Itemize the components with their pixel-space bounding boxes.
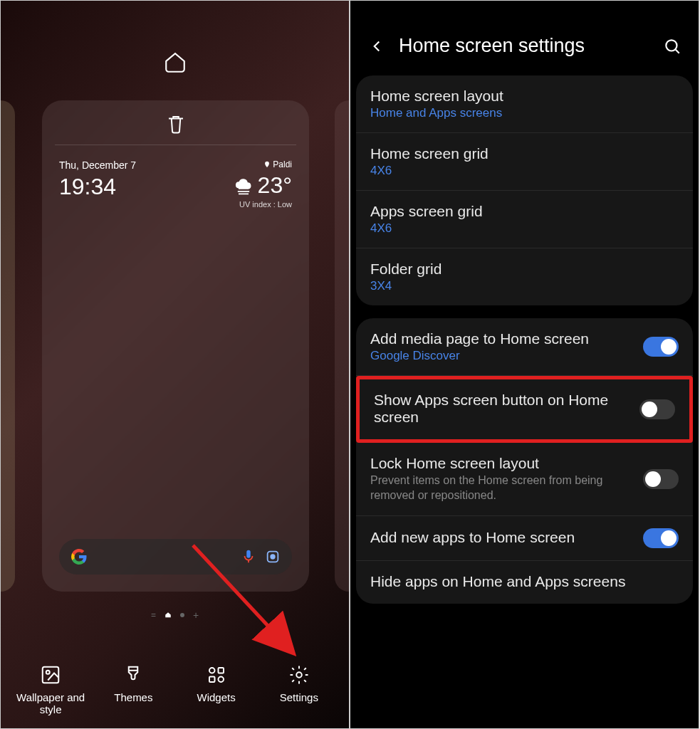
item-sub: 4X6 xyxy=(370,164,679,178)
home-icon xyxy=(163,51,187,75)
search-icon[interactable] xyxy=(663,37,681,56)
lens-icon[interactable] xyxy=(265,549,281,565)
back-icon[interactable] xyxy=(367,37,386,56)
prev-page-peek[interactable] xyxy=(0,100,15,592)
item-sub: 3X4 xyxy=(370,279,679,293)
media-page-item[interactable]: Add media page to Home screen Google Dis… xyxy=(356,318,693,376)
themes-button[interactable]: Themes xyxy=(94,664,172,715)
item-label: Add new apps to Home screen xyxy=(370,529,632,546)
settings-button[interactable]: Settings xyxy=(260,664,338,715)
google-search-bar[interactable] xyxy=(59,539,292,575)
delete-page-row xyxy=(55,100,296,145)
time-text: 19:34 xyxy=(59,174,136,200)
item-label: Home screen layout xyxy=(370,88,679,105)
bb-label: Widgets xyxy=(197,691,236,703)
bb-label: Settings xyxy=(280,691,318,703)
item-label: Lock Home screen layout xyxy=(370,455,632,472)
svg-point-9 xyxy=(296,672,302,678)
bb-label: Themes xyxy=(114,691,152,703)
mic-icon[interactable] xyxy=(241,549,256,565)
svg-point-5 xyxy=(209,668,215,673)
home-layout-item[interactable]: Home screen layout Home and Apps screens xyxy=(356,75,693,133)
hide-apps-item[interactable]: Hide apps on Home and Apps screens xyxy=(356,561,693,604)
item-sub: Google Discover xyxy=(370,349,632,363)
home-page-preview[interactable]: Thu, December 7 19:34 Paldi 23° UV index… xyxy=(42,100,309,592)
show-apps-toggle[interactable] xyxy=(639,399,675,419)
temp-text: 23° xyxy=(258,172,292,199)
settings-group-behavior: Add media page to Home screen Google Dis… xyxy=(356,318,693,604)
folder-grid-item[interactable]: Folder grid 3X4 xyxy=(356,248,693,305)
svg-point-10 xyxy=(666,40,677,51)
gear-icon xyxy=(288,664,310,686)
lock-layout-item[interactable]: Lock Home screen layout Prevent items on… xyxy=(356,443,693,516)
apps-grid-item[interactable]: Apps screen grid 4X6 xyxy=(356,191,693,248)
item-label: Folder grid xyxy=(370,261,679,278)
page-indicator-dots: = + xyxy=(1,609,349,621)
media-page-toggle[interactable] xyxy=(643,337,679,357)
item-label: Home screen grid xyxy=(370,145,679,162)
svg-point-1 xyxy=(271,555,275,559)
item-label: Hide apps on Home and Apps screens xyxy=(370,573,679,590)
item-sub: Home and Apps screens xyxy=(370,106,679,120)
home-grid-item[interactable]: Home screen grid 4X6 xyxy=(356,133,693,191)
item-label: Apps screen grid xyxy=(370,203,679,220)
wallpaper-icon xyxy=(40,664,61,686)
brush-icon xyxy=(122,664,144,686)
widgets-icon xyxy=(206,664,227,686)
svg-rect-6 xyxy=(218,668,224,673)
date-text: Thu, December 7 xyxy=(59,159,136,171)
uv-text: UV index : Low xyxy=(234,200,292,209)
svg-point-4 xyxy=(46,671,50,674)
settings-header: Home screen settings xyxy=(350,1,699,75)
add-new-apps-toggle[interactable] xyxy=(643,528,679,548)
add-new-apps-item[interactable]: Add new apps to Home screen xyxy=(356,516,693,561)
location-text: Paldi xyxy=(234,159,292,169)
show-apps-button-item[interactable]: Show Apps screen button on Home screen xyxy=(356,376,693,443)
svg-point-8 xyxy=(218,677,224,683)
google-g-icon xyxy=(70,548,88,565)
item-label: Add media page to Home screen xyxy=(370,330,632,347)
widgets-button[interactable]: Widgets xyxy=(177,664,256,715)
cloud-icon xyxy=(234,176,254,196)
item-desc: Prevent items on the Home screen from be… xyxy=(370,473,632,503)
svg-rect-7 xyxy=(209,677,215,683)
page-dot-icon xyxy=(180,613,184,617)
next-page-peek[interactable] xyxy=(335,100,350,592)
temp-row: 23° xyxy=(234,172,292,199)
weather-clock-widget[interactable]: Thu, December 7 19:34 Paldi 23° UV index… xyxy=(42,145,309,223)
pin-icon xyxy=(263,161,271,168)
home-editor-pane: Thu, December 7 19:34 Paldi 23° UV index… xyxy=(0,0,350,729)
lock-layout-toggle[interactable] xyxy=(643,469,679,489)
settings-pane: Home screen settings Home screen layout … xyxy=(350,0,699,729)
wallpaper-style-button[interactable]: Wallpaper and style xyxy=(11,664,90,715)
home-editor-bottombar: Wallpaper and style Themes Widgets Setti… xyxy=(1,664,349,715)
item-label: Show Apps screen button on Home screen xyxy=(374,392,628,426)
trash-icon[interactable] xyxy=(165,113,187,135)
home-dot-icon xyxy=(164,612,172,619)
home-indicator-row xyxy=(1,1,349,75)
bb-label: Wallpaper and style xyxy=(11,691,90,715)
page-title: Home screen settings xyxy=(399,35,650,57)
settings-group-layout: Home screen layout Home and Apps screens… xyxy=(356,75,693,305)
item-sub: 4X6 xyxy=(370,221,679,236)
